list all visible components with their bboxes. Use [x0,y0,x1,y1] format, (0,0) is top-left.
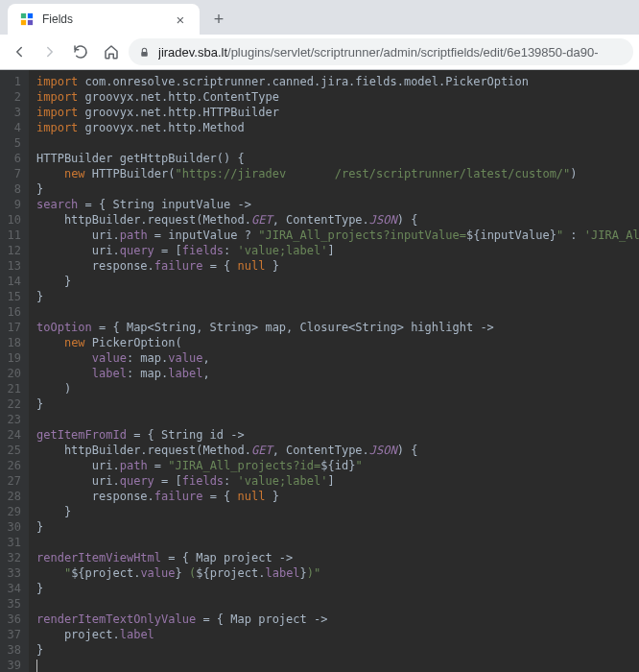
tab-favicon-icon [19,12,35,27]
code-line: } [36,642,639,658]
new-tab-button[interactable]: + [205,6,232,33]
home-button[interactable] [98,38,125,65]
line-number: 17 [6,320,21,335]
address-bar[interactable]: jiradev.sba.lt/plugins/servlet/scriptrun… [129,38,633,65]
lock-icon [138,46,151,59]
code-line: label: map.label, [36,366,639,381]
home-icon [103,43,120,60]
code-line: } [36,519,639,535]
code-area[interactable]: import com.onresolve.scriptrunner.canned… [29,70,639,672]
text-cursor [36,660,37,673]
browser-toolbar: jiradev.sba.lt/plugins/servlet/scriptrun… [0,35,639,69]
line-number: 26 [6,458,21,473]
code-line [36,596,639,612]
code-line: getItemFromId = { String id -> [36,427,639,443]
line-number: 4 [6,120,21,135]
line-number: 8 [6,181,21,197]
arrow-right-icon [41,43,59,60]
line-number: 24 [6,427,21,443]
line-number: 19 [6,350,21,366]
code-line: } [36,274,639,289]
line-number: 20 [6,366,21,381]
code-line: } [36,581,639,596]
code-line: } [36,504,639,519]
code-line: value: map.value, [36,350,639,366]
code-line: "${project.value} (${project.label})" [36,565,639,581]
close-icon[interactable]: × [173,12,188,27]
line-number: 27 [6,473,21,489]
code-line: uri.path = inputValue ? "JIRA_All_projec… [36,228,639,243]
line-number: 37 [6,627,21,642]
code-line: new PickerOption( [36,335,639,350]
line-number: 39 [6,658,21,672]
line-number: 10 [6,212,21,228]
line-number: 34 [6,581,21,596]
code-line: new HTTPBuilder("https://jiradev /rest/s… [36,166,639,181]
code-line: import groovyx.net.http.HTTPBuilder [36,105,639,120]
code-line [36,658,639,672]
line-number: 33 [6,565,21,581]
line-number: 30 [6,519,21,535]
code-line [36,304,639,320]
reload-icon [72,43,89,60]
code-line: } [36,181,639,197]
code-line: renderItemTextOnlyValue = { Map project … [36,612,639,627]
line-number: 15 [6,289,21,304]
code-line [36,135,639,151]
line-number: 36 [6,612,21,627]
line-number: 35 [6,596,21,612]
code-line [36,412,639,427]
svg-rect-4 [141,51,148,56]
line-number: 22 [6,396,21,412]
line-number-gutter: 1234567891011121314151617181920212223242… [0,70,29,672]
svg-rect-0 [21,13,26,18]
code-line: } [36,396,639,412]
line-number: 11 [6,228,21,243]
browser-chrome: Fields × + jiradev.sba.lt/plugins/servle… [0,0,639,70]
code-line: uri.query = [fields: 'value;label'] [36,473,639,489]
tab-title: Fields [42,12,165,26]
code-editor[interactable]: 1234567891011121314151617181920212223242… [0,70,639,672]
line-number: 9 [6,197,21,212]
code-line: project.label [36,627,639,642]
svg-rect-3 [28,20,33,25]
line-number: 31 [6,535,21,550]
line-number: 12 [6,243,21,258]
line-number: 23 [6,412,21,427]
line-number: 16 [6,304,21,320]
code-line: HTTPBuilder getHttpBuilder() { [36,151,639,166]
code-line: ) [36,381,639,396]
code-line: import groovyx.net.http.Method [36,120,639,135]
code-line: httpBuilder.request(Method.GET, ContentT… [36,443,639,458]
arrow-left-icon [11,43,28,60]
code-line: renderItemViewHtml = { Map project -> [36,550,639,565]
reload-button[interactable] [67,38,94,65]
code-line: search = { String inputValue -> [36,197,639,212]
line-number: 25 [6,443,21,458]
line-number: 1 [6,74,21,89]
code-line: } [36,289,639,304]
forward-button[interactable] [36,38,63,65]
line-number: 7 [6,166,21,181]
code-line: import groovyx.net.http.ContentType [36,89,639,105]
code-line: response.failure = { null } [36,489,639,504]
code-line: uri.query = [fields: 'value;label'] [36,243,639,258]
line-number: 21 [6,381,21,396]
line-number: 29 [6,504,21,519]
line-number: 18 [6,335,21,350]
line-number: 28 [6,489,21,504]
svg-rect-2 [21,20,26,25]
line-number: 38 [6,642,21,658]
line-number: 3 [6,105,21,120]
line-number: 5 [6,135,21,151]
svg-rect-1 [28,13,33,18]
back-button[interactable] [6,38,33,65]
line-number: 13 [6,258,21,274]
tab-bar: Fields × + [0,0,639,35]
line-number: 2 [6,89,21,105]
line-number: 6 [6,151,21,166]
url-text: jiradev.sba.lt/plugins/servlet/scriptrun… [158,45,599,60]
browser-tab[interactable]: Fields × [8,4,200,35]
code-line: httpBuilder.request(Method.GET, ContentT… [36,212,639,228]
line-number: 14 [6,274,21,289]
